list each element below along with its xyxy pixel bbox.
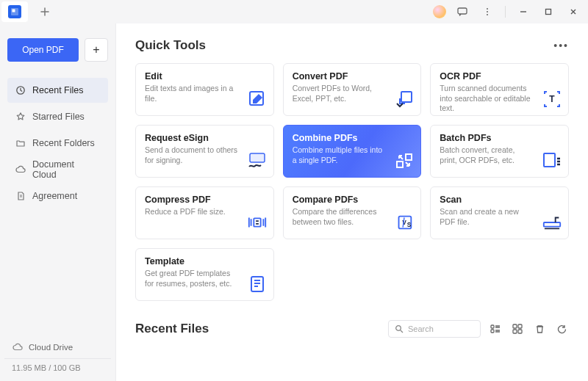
star-icon <box>15 112 26 123</box>
folder-icon <box>15 138 26 149</box>
template-icon <box>247 274 268 294</box>
tool-compare-pdfs[interactable]: Compare PDFs Compare the differences bet… <box>283 186 422 239</box>
cloud-drive-label: Cloud Drive <box>29 343 73 352</box>
compare-icon: VS <box>394 212 415 233</box>
delete-button[interactable] <box>532 322 547 336</box>
svg-point-4 <box>487 11 488 12</box>
search-input[interactable] <box>408 324 474 333</box>
svg-rect-25 <box>513 324 517 328</box>
svg-rect-12 <box>397 162 403 167</box>
sidebar-item-recent-files[interactable]: Recent Files <box>7 78 108 103</box>
quick-tools-title: Quick Tools <box>135 38 206 53</box>
layout: Open PDF + Recent Files Starred Files <box>0 23 588 381</box>
svg-rect-19 <box>544 222 560 227</box>
sidebar-item-starred-files[interactable]: Starred Files <box>7 104 108 129</box>
sidebar-item-label: Recent Files <box>32 85 83 95</box>
svg-rect-15 <box>254 218 260 226</box>
app-logo-tab[interactable] <box>1 1 28 22</box>
tool-title: Edit <box>145 71 265 81</box>
tool-convert-pdf[interactable]: Convert PDF Convert PDFs to Word, Excel,… <box>283 63 422 116</box>
batch-icon <box>542 150 562 171</box>
tool-ocr-pdf[interactable]: OCR PDF Turn scanned documents into sear… <box>430 63 569 116</box>
svg-rect-13 <box>406 154 412 160</box>
svg-rect-2 <box>458 8 467 14</box>
tool-title: Compare PDFs <box>293 195 412 205</box>
tool-compress-pdf[interactable]: Compress PDF Reduce a PDF file size. <box>135 186 274 239</box>
svg-rect-20 <box>545 228 560 229</box>
convert-icon <box>394 89 415 109</box>
combine-icon <box>394 150 415 171</box>
svg-rect-24 <box>491 330 494 333</box>
titlebar-left <box>0 0 56 23</box>
titlebar <box>0 0 588 23</box>
more-icon: ••• <box>553 40 569 51</box>
edit-icon <box>247 89 268 109</box>
app-logo-icon <box>8 5 21 18</box>
esign-icon <box>247 150 268 171</box>
svg-point-22 <box>396 326 401 331</box>
sidebar-item-label: Agreement <box>32 191 77 201</box>
svg-rect-27 <box>513 330 517 333</box>
cloud-icon <box>12 342 23 352</box>
window-maximize-button[interactable] <box>539 3 557 21</box>
tool-combine-pdfs[interactable]: Combine PDFs Combine multiple files into… <box>283 125 422 178</box>
quick-tools-more-button[interactable]: ••• <box>553 40 569 51</box>
kebab-menu-icon[interactable] <box>478 3 496 21</box>
sidebar-item-recent-folders[interactable]: Recent Folders <box>7 131 108 156</box>
sidebar-bottom: Cloud Drive 11.95 MB / 100 GB <box>7 339 108 375</box>
tool-title: Combine PDFs <box>293 133 412 143</box>
sidebar-item-label: Recent Folders <box>32 138 95 148</box>
tool-title: Template <box>145 256 265 266</box>
sidebar: Open PDF + Recent Files Starred Files <box>0 23 116 381</box>
sidebar-item-document-cloud[interactable]: Document Cloud <box>7 157 108 182</box>
recent-files-title: Recent Files <box>135 322 209 336</box>
svg-rect-6 <box>546 10 551 15</box>
sidebar-item-agreement[interactable]: Agreement <box>7 184 108 208</box>
tool-title: Scan <box>440 195 559 205</box>
refresh-button[interactable] <box>554 322 569 336</box>
tool-batch-pdfs[interactable]: Batch PDFs Batch convert, create, print,… <box>430 125 569 178</box>
tool-title: Convert PDF <box>293 71 412 81</box>
open-pdf-button[interactable]: Open PDF <box>7 38 79 62</box>
create-button[interactable]: + <box>85 38 108 62</box>
svg-point-3 <box>487 8 488 10</box>
search-box[interactable] <box>388 320 481 338</box>
tool-grid: Edit Edit texts and images in a file. Co… <box>135 63 569 301</box>
tool-scan[interactable]: Scan Scan and create a new PDF file. <box>430 186 569 239</box>
view-grid-button[interactable] <box>510 322 525 336</box>
tool-request-esign[interactable]: Request eSign Send a document to others … <box>135 125 274 178</box>
tool-title: Request eSign <box>145 133 265 143</box>
svg-text:S: S <box>407 221 412 228</box>
document-icon <box>15 191 26 202</box>
main-content: Quick Tools ••• Edit Edit texts and imag… <box>116 23 588 381</box>
svg-rect-26 <box>518 324 522 328</box>
plus-icon: + <box>93 43 99 57</box>
recent-files-header: Recent Files <box>135 320 569 338</box>
sidebar-item-label: Document Cloud <box>32 159 101 180</box>
cloud-icon <box>15 164 26 175</box>
sidebar-item-label: Starred Files <box>32 112 85 122</box>
view-list-button[interactable] <box>488 322 503 336</box>
tool-template[interactable]: Template Get great PDF templates for res… <box>135 248 274 301</box>
recent-files-toolbar <box>388 320 569 338</box>
tool-title: Batch PDFs <box>440 133 559 143</box>
cloud-drive-button[interactable]: Cloud Drive <box>7 339 108 357</box>
window-close-button[interactable] <box>564 3 582 21</box>
ocr-icon: T <box>542 89 562 109</box>
svg-point-5 <box>487 14 488 15</box>
svg-text:T: T <box>549 94 555 104</box>
svg-rect-14 <box>544 153 555 167</box>
svg-rect-11 <box>250 153 265 162</box>
storage-text: 11.95 MB / 100 GB <box>7 363 108 375</box>
compress-icon <box>247 212 268 233</box>
sidebar-nav: Recent Files Starred Files Recent Folder… <box>7 78 108 208</box>
svg-rect-9 <box>401 92 412 102</box>
new-tab-button[interactable] <box>34 1 56 22</box>
window-minimize-button[interactable] <box>514 3 532 21</box>
avatar-icon[interactable] <box>433 5 446 18</box>
chat-icon[interactable] <box>453 3 471 21</box>
tool-edit[interactable]: Edit Edit texts and images in a file. <box>135 63 274 116</box>
open-row: Open PDF + <box>7 38 108 62</box>
tool-title: Compress PDF <box>145 195 265 205</box>
clock-icon <box>15 85 26 96</box>
